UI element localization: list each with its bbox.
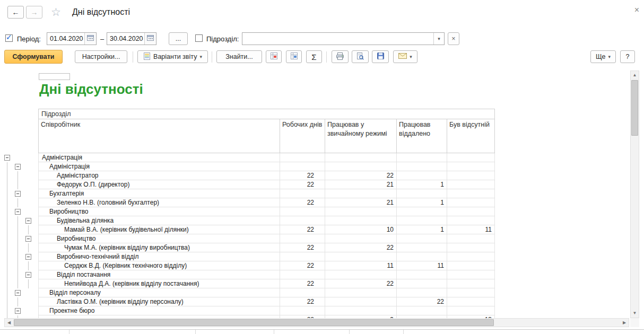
employee-name-cell[interactable]: Мамай В.А. (керівник будівельної ділянки… <box>39 225 280 234</box>
print-preview-button[interactable] <box>352 50 369 63</box>
value-cell[interactable] <box>325 234 397 243</box>
report-row[interactable]: Виробництво <box>39 234 495 243</box>
vertical-scrollbar-thumb[interactable] <box>631 80 638 136</box>
horizontal-scrollbar-thumb[interactable] <box>14 319 494 326</box>
value-cell[interactable] <box>447 279 495 288</box>
value-cell[interactable]: 22 <box>325 171 397 180</box>
settings-button[interactable]: Настройки... <box>75 50 127 63</box>
favorite-star-icon[interactable]: ☆ <box>51 6 61 19</box>
back-button[interactable]: ← <box>7 6 24 19</box>
sum-button[interactable]: Σ <box>306 50 322 63</box>
scroll-up-icon[interactable]: ▲ <box>631 71 639 80</box>
value-cell[interactable] <box>397 243 447 252</box>
value-cell[interactable] <box>397 306 447 315</box>
vertical-scrollbar[interactable]: ▲ ▼ <box>630 71 639 318</box>
collapse-group-icon[interactable] <box>15 290 21 296</box>
employee-name-cell[interactable]: Відділ постачання <box>39 270 280 279</box>
column-header-absent[interactable]: Був відсутній <box>447 119 495 153</box>
value-cell[interactable] <box>447 243 495 252</box>
report-row[interactable]: Мамай В.А. (керівник будівельної ділянки… <box>39 225 495 234</box>
column-header-remote[interactable]: Працював віддалено <box>397 119 447 153</box>
report-row[interactable]: Виробництво <box>39 207 495 216</box>
print-button[interactable] <box>332 50 349 63</box>
value-cell[interactable] <box>447 270 495 279</box>
report-row[interactable]: Чумак М.А. (керівник відділу виробництва… <box>39 243 495 252</box>
collapse-group-icon[interactable] <box>15 191 21 197</box>
combo-dropdown-button[interactable]: ▾ <box>433 33 444 45</box>
value-cell[interactable]: 22 <box>325 243 397 252</box>
value-cell[interactable]: 1 <box>397 180 447 189</box>
value-cell[interactable] <box>397 252 447 261</box>
find-button[interactable]: Знайти... <box>216 50 262 63</box>
employee-name-cell[interactable]: Проектне бюро <box>39 306 280 315</box>
collapse-group-icon[interactable] <box>15 209 21 215</box>
value-cell[interactable] <box>447 180 495 189</box>
value-cell[interactable] <box>447 171 495 180</box>
value-cell[interactable] <box>447 198 495 207</box>
report-row[interactable]: Відділ постачання <box>39 270 495 279</box>
collapse-group-icon[interactable] <box>25 218 31 224</box>
value-cell[interactable] <box>447 288 495 297</box>
value-cell[interactable] <box>325 306 397 315</box>
date-from-value[interactable]: 01.04.2020 <box>47 33 84 45</box>
employee-name-cell[interactable]: Виробництво <box>39 207 280 216</box>
report-row[interactable]: Будівельна ділянка <box>39 216 495 225</box>
value-cell[interactable] <box>397 216 447 225</box>
value-cell[interactable]: 22 <box>280 297 325 306</box>
forward-button[interactable]: → <box>26 6 42 19</box>
employee-name-cell[interactable]: Бухгалтерія <box>39 189 280 198</box>
employee-name-cell[interactable]: Ластівка О.М. (керівник відділу персонал… <box>39 297 280 306</box>
value-cell[interactable] <box>447 162 495 171</box>
value-cell[interactable] <box>325 270 397 279</box>
value-cell[interactable] <box>280 153 325 162</box>
value-cell[interactable]: 10 <box>325 225 397 234</box>
value-cell[interactable] <box>397 270 447 279</box>
report-row[interactable]: Проектне бюро <box>39 306 495 315</box>
scroll-down-icon[interactable]: ▼ <box>631 309 639 318</box>
employee-name-cell[interactable]: Зеленко Н.В. (головний бухгалтер) <box>39 198 280 207</box>
collapse-group-icon[interactable] <box>15 308 21 314</box>
value-cell[interactable]: 1 <box>397 225 447 234</box>
report-row[interactable]: Адміністрація <box>39 162 495 171</box>
value-cell[interactable] <box>325 297 397 306</box>
value-cell[interactable] <box>447 153 495 162</box>
scroll-left-icon[interactable]: ◀ <box>5 319 13 327</box>
value-cell[interactable]: 22 <box>280 261 325 270</box>
report-row[interactable]: Адміністрація <box>39 153 495 162</box>
report-row[interactable]: Відділ персоналу <box>39 288 495 297</box>
value-cell[interactable] <box>447 261 495 270</box>
value-cell[interactable] <box>325 153 397 162</box>
report-row[interactable]: Виробничо-технічний відділ <box>39 252 495 261</box>
date-to-value[interactable]: 30.04.2020 <box>107 33 144 45</box>
employee-name-cell[interactable]: Адміністрація <box>39 153 280 162</box>
value-cell[interactable] <box>325 207 397 216</box>
more-actions-button[interactable]: Ще ▾ <box>590 50 616 63</box>
date-from-field[interactable]: 01.04.2020 <box>47 32 97 45</box>
collapse-groups-button[interactable] <box>286 50 302 63</box>
collapse-group-icon[interactable] <box>25 272 31 278</box>
column-header-normal-mode[interactable]: Працював у звичайному режимі <box>325 119 397 153</box>
value-cell[interactable] <box>325 189 397 198</box>
collapse-group-icon[interactable] <box>25 236 31 242</box>
value-cell[interactable]: 22 <box>325 279 397 288</box>
send-mail-button[interactable]: ▾ <box>393 50 417 63</box>
value-cell[interactable] <box>280 234 325 243</box>
collapse-group-icon[interactable] <box>4 155 10 161</box>
report-row[interactable]: Зеленко Н.В. (головний бухгалтер)22211 <box>39 198 495 207</box>
report-row[interactable]: Федорук О.П. (директор)22211 <box>39 180 495 189</box>
expand-groups-button[interactable] <box>266 50 282 63</box>
report-variants-button[interactable]: Варіанти звіту ▾ <box>137 50 208 63</box>
value-cell[interactable] <box>447 297 495 306</box>
value-cell[interactable] <box>280 162 325 171</box>
value-cell[interactable] <box>397 279 447 288</box>
department-combo[interactable]: ▾ <box>242 32 445 45</box>
employee-name-cell[interactable]: Сердюк В.Д. (Керівник технічного відділу… <box>39 261 280 270</box>
report-row[interactable]: Сердюк В.Д. (Керівник технічного відділу… <box>39 261 495 270</box>
value-cell[interactable] <box>280 216 325 225</box>
value-cell[interactable] <box>447 234 495 243</box>
value-cell[interactable] <box>447 216 495 225</box>
scroll-right-icon[interactable]: ▶ <box>620 319 629 327</box>
help-button[interactable]: ? <box>620 50 635 63</box>
value-cell[interactable] <box>397 171 447 180</box>
value-cell[interactable] <box>397 153 447 162</box>
